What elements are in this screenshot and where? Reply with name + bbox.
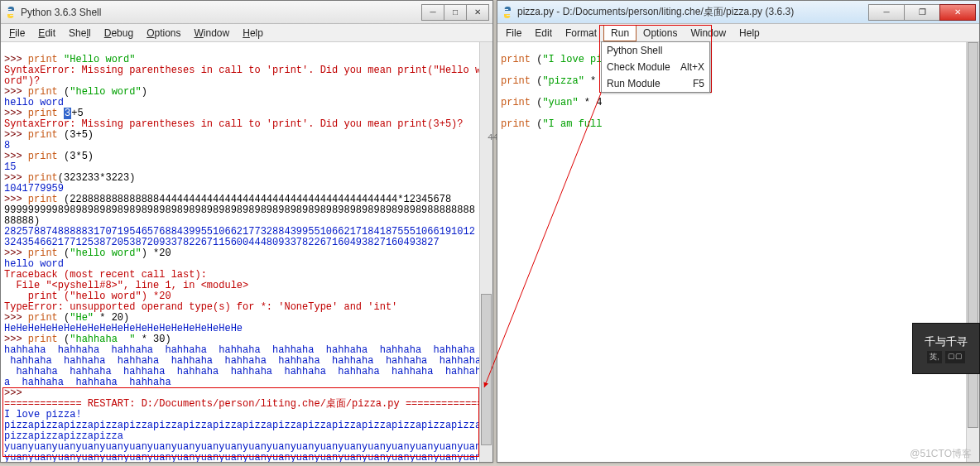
close-button[interactable]: ✕ xyxy=(466,4,489,21)
ad-banner[interactable]: 千与千寻 英,▢▢ xyxy=(912,323,980,374)
run-dropdown: Python Shell Check ModuleAlt+X Run Modul… xyxy=(601,41,710,93)
dropdown-check-module[interactable]: Check ModuleAlt+X xyxy=(602,59,709,75)
text-selection: 3 xyxy=(64,108,71,119)
editor-titlebar[interactable]: pizza.py - D:/Documents/person/liting.ch… xyxy=(497,1,979,24)
ad-title: 千与千寻 xyxy=(925,334,968,349)
editor-window-buttons: ─ ❐ ✕ xyxy=(869,4,976,21)
scrollbar-thumb[interactable] xyxy=(481,294,492,445)
minimize-button[interactable]: ─ xyxy=(421,4,444,21)
dropdown-run-module[interactable]: Run ModuleF5 xyxy=(602,75,709,92)
maximize-button[interactable]: □ xyxy=(444,4,467,21)
editor-title: pizza.py - D:/Documents/person/liting.ch… xyxy=(517,5,794,19)
menu-file[interactable]: File xyxy=(499,26,528,41)
shell-window-buttons: ─ □ ✕ xyxy=(422,4,489,21)
python-icon xyxy=(501,6,514,19)
menu-options[interactable]: Options xyxy=(140,26,187,41)
shell-scrollbar[interactable] xyxy=(479,42,492,462)
dropdown-python-shell[interactable]: Python Shell xyxy=(602,42,709,59)
menu-help[interactable]: Help xyxy=(733,26,766,41)
prompt: >>> xyxy=(4,54,28,65)
restore-button[interactable]: ❐ xyxy=(904,4,940,21)
close-button[interactable]: ✕ xyxy=(939,4,976,21)
minimize-button[interactable]: ─ xyxy=(868,4,905,21)
shell-titlebar[interactable]: Python 3.6.3 Shell ─ □ ✕ xyxy=(1,1,492,24)
editor-menubar: File Edit Format Run Options Window Help xyxy=(497,24,979,42)
menu-help[interactable]: Help xyxy=(236,26,270,41)
menu-window[interactable]: Window xyxy=(684,26,733,41)
menu-edit[interactable]: Edit xyxy=(528,26,559,41)
menu-run[interactable]: Run xyxy=(603,25,637,41)
editor-window: pizza.py - D:/Documents/person/liting.ch… xyxy=(497,0,980,463)
menu-format[interactable]: Format xyxy=(559,26,603,41)
editor-scrollbar[interactable] xyxy=(966,42,979,462)
shell-menubar: File Edit Shell Debug Options Window Hel… xyxy=(1,24,492,42)
menu-window[interactable]: Window xyxy=(188,26,237,41)
menu-edit[interactable]: Edit xyxy=(31,26,62,41)
ad-sub: 英,▢▢ xyxy=(927,351,965,363)
editor-content[interactable]: print ("I love pi print ("pizza" * print… xyxy=(497,42,979,462)
menu-shell[interactable]: Shell xyxy=(62,26,98,41)
watermark: @51CTO博客 xyxy=(910,447,972,461)
shell-window: Python 3.6.3 Shell ─ □ ✕ File Edit Shell… xyxy=(0,0,493,463)
menu-file[interactable]: File xyxy=(2,26,31,41)
menu-options[interactable]: Options xyxy=(637,26,684,41)
menu-debug[interactable]: Debug xyxy=(98,26,140,41)
python-icon xyxy=(4,6,17,19)
shell-title: Python 3.6.3 Shell xyxy=(21,7,101,18)
shell-content[interactable]: >>> print "Hello word" SyntaxError: Miss… xyxy=(1,42,492,462)
